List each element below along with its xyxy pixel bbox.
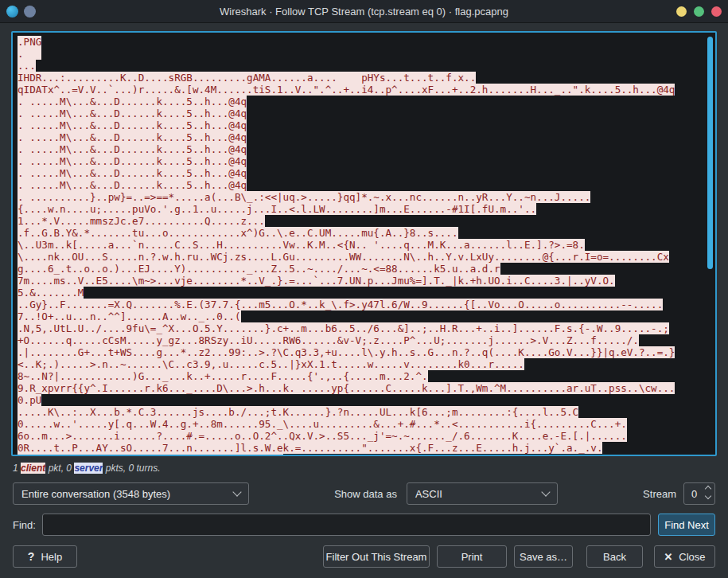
- close-button-label: Close: [679, 551, 705, 563]
- help-button[interactable]: ? Help: [13, 545, 77, 568]
- stream-line: IHDR...:.........K..D....sRGB.........gA…: [18, 72, 703, 84]
- stream-line: .: [18, 48, 703, 60]
- stream-line: qIDATx^..=V.V..`...)r.....&.[w.4M......t…: [18, 84, 703, 96]
- stream-line: .PNG: [18, 36, 703, 48]
- stream-line: . .....M\...&...D......k....5..h...@4q: [18, 167, 703, 179]
- stream-line: . .....M\...&...D......k....5..h...@4q: [18, 119, 703, 131]
- conversation-select-value: Entire conversation (3548 bytes): [21, 488, 170, 500]
- chevron-down-icon: [541, 487, 550, 496]
- stream-line: \....nk..OU...S.....n.?.w.h.ru..WCj.zs..…: [18, 251, 703, 263]
- stream-line: <..K;.).....>.n..~......\C..c3.9,.u.....…: [18, 358, 703, 370]
- find-input[interactable]: [42, 514, 651, 536]
- hint-prefix: 1: [13, 463, 21, 474]
- stream-number-value: 0: [691, 488, 697, 500]
- chevron-up-icon: [705, 486, 711, 492]
- stream-line: g....6_.t..o..o.)...EJ....Y).........._.…: [18, 263, 703, 275]
- window-title: Wireshark · Follow TCP Stream (tcp.strea…: [0, 6, 728, 18]
- stream-line: 0.....w..'.....y[.q...W.4..g.+..8m......…: [18, 418, 703, 430]
- stream-number-spinner[interactable]: 0: [683, 482, 715, 505]
- stream-line: . .....M\...&...D......k....5..h...@4q: [18, 131, 703, 143]
- stream-line: .N,5,.UtL.U../....9fu\=_^X...O.5.Y......…: [18, 322, 703, 334]
- stream-label: Stream: [643, 488, 676, 500]
- find-next-button[interactable]: Find Next: [658, 514, 715, 536]
- chevron-down-icon: [705, 493, 711, 499]
- show-data-as-value: ASCII: [415, 488, 442, 500]
- stream-line: \..U3m..k[.....a...`n.....C..S...H......…: [18, 239, 703, 251]
- stream-line: +O......q.....cCsM.....y_gz...8RSzy..iU.…: [18, 334, 703, 346]
- stream-line: . .....M\...&...D......k....5..h...@4q: [18, 143, 703, 155]
- stream-line: 9.R_xpvrr{{y^.I......r.k6..._....D\...>.…: [18, 382, 703, 394]
- maximize-button[interactable]: [694, 6, 704, 17]
- stream-line: 0.pU: [18, 394, 703, 406]
- stream-line: 7m....ms..V..E5....\m~>...vje........*..…: [18, 275, 703, 287]
- stream-line: 0R....t..P...AY..sO.....7...n.......]l.s…: [18, 442, 703, 454]
- hint-suffix: pkts, 0 turns.: [103, 463, 160, 474]
- close-button[interactable]: ✕ Close: [654, 545, 715, 568]
- back-button[interactable]: Back: [586, 545, 643, 568]
- show-data-as-select[interactable]: ASCII: [407, 482, 558, 505]
- packet-count-hint: 1 client pkt, 0 server pkts, 0 turns.: [13, 463, 715, 475]
- stream-line: . .....M\...&...D......k....5..h...@4q: [18, 96, 703, 107]
- stream-line: 8~..N?|............)G..._...k..+.....r..…: [18, 370, 703, 382]
- show-data-as-label: Show data as: [334, 488, 397, 500]
- titlebar: Wireshark · Follow TCP Stream (tcp.strea…: [0, 0, 728, 23]
- wireshark-icon: [6, 6, 18, 18]
- stream-line: ..Gy}..F.......=X.Q.......%.E.(37.7.{...…: [18, 299, 703, 310]
- stream-line: 5.&.......M: [18, 287, 703, 299]
- follow-stream-pane[interactable]: .PNG. ...IHDR...:.........K..D....sRGB..…: [11, 31, 717, 456]
- help-button-label: Help: [41, 551, 62, 563]
- stream-line: . .....M\...&...D......k....5..h...@4q: [18, 179, 703, 191]
- chevron-down-icon: [232, 487, 241, 496]
- minimize-button[interactable]: [676, 6, 687, 17]
- save-as-button[interactable]: Save as…: [514, 545, 573, 568]
- stream-line: .f..G.B.Y&.*.......tu...o............x^)…: [18, 227, 703, 239]
- close-window-button[interactable]: [711, 6, 722, 17]
- spinner-arrows[interactable]: [706, 486, 710, 498]
- print-button[interactable]: Print: [437, 545, 507, 568]
- stream-line: . ..........}..pw}=..=>==*.....a(...B\_.…: [18, 191, 703, 203]
- stream-line: . .....M\...&...D......k....5..h...@4q: [18, 107, 703, 119]
- scrollbar-thumb[interactable]: [707, 37, 713, 269]
- help-icon: ?: [28, 550, 35, 563]
- stream-line: .|........G+...t+WS....g...*..z2...99:..…: [18, 346, 703, 358]
- filter-out-stream-button[interactable]: Filter Out This Stream: [323, 545, 430, 568]
- close-icon: ✕: [664, 551, 672, 563]
- stream-line: .....K\..:..X...b.*.C.3......js....b./..…: [18, 406, 703, 418]
- stream-line: {....w.n....u;.....puVo.'.g..1..u.....j.…: [18, 203, 703, 215]
- client-label: client: [21, 463, 45, 474]
- server-label: server: [74, 463, 103, 474]
- find-label: Find:: [13, 519, 36, 531]
- stream-line: . .....M\...&...D......k....5..h...@4q: [18, 155, 703, 167]
- stream-line: %*.%.M..22^......|{9...f..........."....…: [18, 454, 703, 455]
- hint-mid: pkt, 0: [45, 463, 74, 474]
- stream-line: 7..!O+..u...n..^^]......A..w.._..0..(: [18, 310, 703, 322]
- stream-line: ...: [18, 60, 703, 72]
- scrollbar-track[interactable]: [706, 34, 714, 453]
- conversation-select[interactable]: Entire conversation (3548 bytes): [13, 482, 249, 505]
- window-menu-icon[interactable]: [24, 6, 36, 18]
- stream-text[interactable]: .PNG. ...IHDR...:.........K..D....sRGB..…: [18, 36, 703, 455]
- stream-line: 6o..m...>.......i......?....#.=.....o..O…: [18, 430, 703, 442]
- stream-line: 1...*.V.....mmszJc.e7..........Q.....z..…: [18, 215, 703, 227]
